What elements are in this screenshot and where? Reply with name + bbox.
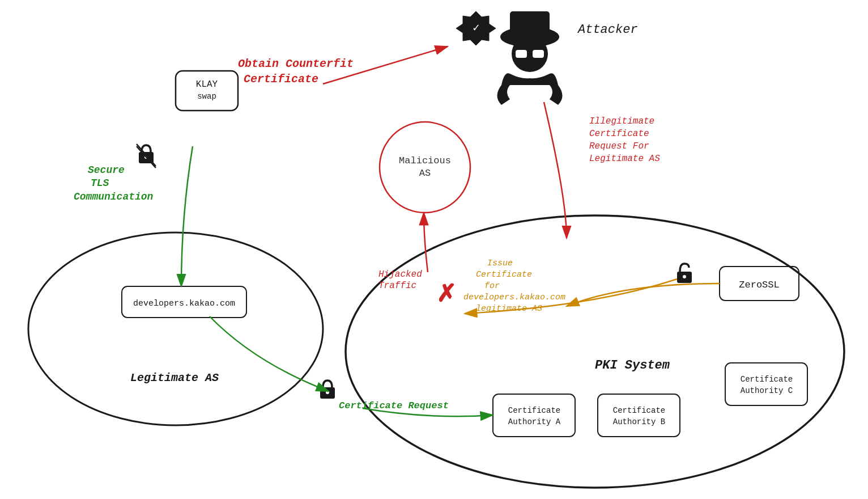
svg-rect-4 [510, 11, 550, 39]
ca-b-label-2: Authority B [613, 417, 665, 426]
illegitimate-label-4: Legitimate AS [589, 154, 660, 164]
ca-a-label-2: Authority A [508, 417, 561, 426]
issue-cert-label-4: developers.kakao.com [463, 293, 565, 302]
svg-rect-7 [533, 50, 544, 58]
obtain-counterfeit-label-2: Certificate [244, 73, 318, 86]
malicious-as-label-1: Malicious [399, 155, 451, 166]
red-x-mark: ✗ [436, 280, 456, 307]
obtain-counterfeit-label-1: Obtain Counterfit [238, 57, 354, 70]
svg-rect-6 [516, 50, 527, 58]
svg-text:✗: ✗ [436, 280, 456, 307]
attacker-label: Attacker [577, 23, 638, 37]
ca-c-label-1: Certificate [741, 375, 793, 384]
developers-kakao-label: developers.kakao.com [133, 299, 235, 308]
issue-cert-label-3: for [484, 281, 500, 291]
legitimate-as-label: Legitimate AS [130, 371, 219, 384]
main-diagram: KLAY swap Malicious AS ✓ Attacker develo… [0, 0, 868, 499]
malicious-as-label-2: AS [419, 168, 431, 179]
hijacked-label-1: Hijacked [378, 269, 422, 280]
cert-request-label: Certificate Request [339, 400, 449, 411]
ca-c-label-2: Authority C [741, 386, 793, 395]
klay-swap-label-2: swap [197, 92, 216, 101]
issue-cert-label-2: Certificate [476, 270, 532, 280]
hijacked-label-2: Traffic [378, 281, 416, 291]
ca-a-label-1: Certificate [508, 406, 560, 415]
issue-cert-label-5: legitimate AS [476, 304, 542, 314]
zerossl-label: ZeroSSL [739, 280, 779, 290]
ca-b-label-1: Certificate [613, 406, 665, 415]
pki-system-label: PKI System [595, 358, 670, 373]
secure-tls-label-3: Communication [74, 191, 154, 202]
illegitimate-label-1: Illegitimate [589, 116, 654, 126]
issue-cert-label-1: Issue [487, 259, 513, 268]
illegitimate-label-3: Request For [589, 141, 649, 151]
illegitimate-label-2: Certificate [589, 129, 649, 139]
secure-tls-label-1: Secure [88, 164, 125, 176]
klay-swap-label-1: KLAY [196, 79, 218, 90]
svg-rect-0 [0, 0, 868, 499]
svg-text:✓: ✓ [472, 22, 480, 33]
svg-point-14 [683, 275, 686, 278]
secure-tls-label-2: TLS [91, 177, 109, 189]
